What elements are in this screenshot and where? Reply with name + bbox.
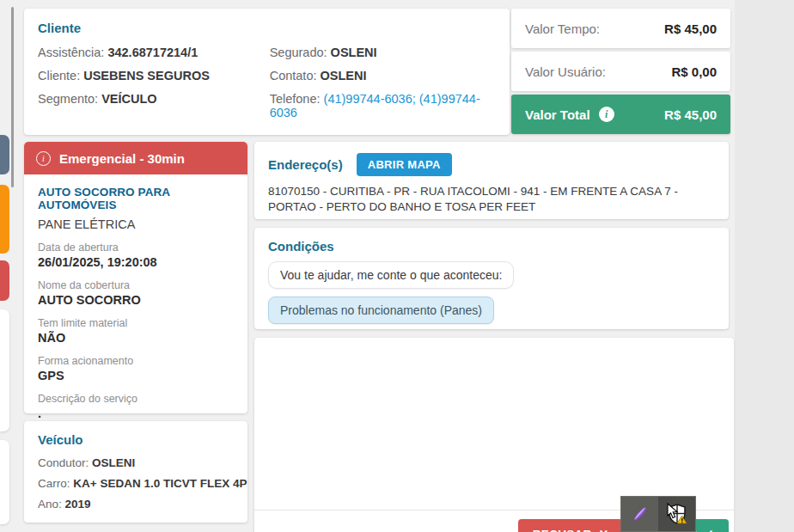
right-background-strip bbox=[735, 0, 794, 532]
feather-glyph bbox=[630, 504, 650, 524]
address-text: 81070150 - CURITIBA - PR - RUA ITACOLOMI… bbox=[268, 184, 715, 215]
chat-answer-bubble[interactable]: Problemas no funcionamento (Panes) bbox=[268, 297, 494, 324]
value-time-row: Valor Tempo: R$ 45,00 bbox=[511, 9, 730, 48]
activation-method-pair: Forma acionamento GPS bbox=[38, 355, 234, 382]
taskbar-tray-overlay bbox=[620, 496, 696, 532]
address-card-title: Endereço(s) bbox=[268, 157, 343, 172]
value-total-label: Valor Total bbox=[525, 107, 590, 122]
service-title: AUTO SOCORRO PARA AUTOMÓVEIS bbox=[38, 186, 234, 211]
assistance-number-field: Assistência: 342.68717214/1 bbox=[38, 46, 270, 59]
mouse-cursor bbox=[667, 503, 681, 520]
chat-question-bubble: Vou te ajudar, me conte o que aconteceu: bbox=[268, 261, 514, 289]
service-subtitle: PANE ELÉTRICA bbox=[38, 217, 234, 231]
info-icon[interactable] bbox=[599, 107, 614, 122]
contact-field: Contato: OSLENI bbox=[270, 69, 496, 83]
conditions-card-title: Condições bbox=[268, 239, 715, 254]
assistance-dispatch-page: { "client_card": { "title": "Cliente", "… bbox=[0, 0, 794, 532]
car-field: Carro: KA+ SEDAN 1.0 TICVT FLEX 4P bbox=[38, 477, 234, 490]
address-card: Endereço(s) ABRIR MAPA 81070150 - CURITI… bbox=[254, 142, 729, 219]
service-description-pair: Descrição do serviço . bbox=[38, 393, 234, 420]
adjacent-red-card-fragment[interactable] bbox=[0, 260, 9, 301]
insured-field: Segurado: OSLENI bbox=[270, 46, 496, 59]
adjacent-white-card-fragment[interactable] bbox=[0, 309, 9, 431]
client-card-title: Cliente bbox=[38, 21, 496, 35]
client-name-field: Cliente: USEBENS SEGUROS bbox=[38, 69, 270, 83]
open-map-button[interactable]: ABRIR MAPA bbox=[357, 153, 452, 176]
feather-app-icon[interactable] bbox=[621, 497, 658, 531]
service-card: Emergencial - 30min AUTO SOCORRO PARA AU… bbox=[24, 142, 247, 413]
coverage-name-pair: Nome da cobertura AUTO SOCORRO bbox=[38, 279, 234, 307]
adjacent-slate-card-fragment[interactable] bbox=[0, 135, 9, 174]
value-time-amount: R$ 45,00 bbox=[664, 21, 717, 36]
phone-field: Telefone: (41)99744-6036; (41)99744-6036 bbox=[270, 92, 496, 119]
value-user-label: Valor Usuário: bbox=[525, 64, 606, 79]
adjacent-orange-card-fragment[interactable] bbox=[0, 185, 9, 254]
client-card: Cliente Assistência: 342.68717214/1 Clie… bbox=[24, 9, 510, 135]
adjacent-white-card-fragment[interactable] bbox=[0, 440, 9, 524]
x-icon: ✕ bbox=[599, 527, 609, 532]
value-user-amount: R$ 0,00 bbox=[671, 64, 717, 79]
value-time-label: Valor Tempo: bbox=[525, 21, 600, 36]
check-icon: ✓ bbox=[704, 527, 714, 532]
emergency-banner-label: Emergencial - 30min bbox=[59, 151, 185, 166]
emergency-banner: Emergencial - 30min bbox=[24, 142, 247, 174]
conditions-card: Condições Vou te ajudar, me conte o que … bbox=[254, 228, 729, 329]
vehicle-card-title: Veículo bbox=[38, 432, 234, 447]
value-total-amount: R$ 45,00 bbox=[664, 107, 717, 122]
refuse-button[interactable]: RECUSAR ✕ bbox=[518, 519, 623, 532]
year-field: Ano: 2019 bbox=[38, 498, 234, 511]
segment-field: Segmento: VEÍCULO bbox=[38, 92, 270, 106]
material-limit-pair: Tem limite material NÃO bbox=[38, 317, 234, 345]
opening-date-pair: Data de abertura 26/01/2025, 19:20:08 bbox=[38, 242, 234, 269]
values-panel: Valor Tempo: R$ 45,00 Valor Usuário: R$ … bbox=[511, 9, 730, 138]
value-user-row: Valor Usuário: R$ 0,00 bbox=[511, 52, 730, 91]
vehicle-card: Veículo Condutor: OSLENI Carro: KA+ SEDA… bbox=[24, 421, 247, 523]
driver-field: Condutor: OSLENI bbox=[38, 456, 234, 469]
left-scrollbar[interactable] bbox=[11, 7, 14, 187]
value-total-row: Valor Total R$ 45,00 bbox=[511, 95, 730, 134]
info-circle-icon bbox=[36, 151, 51, 166]
